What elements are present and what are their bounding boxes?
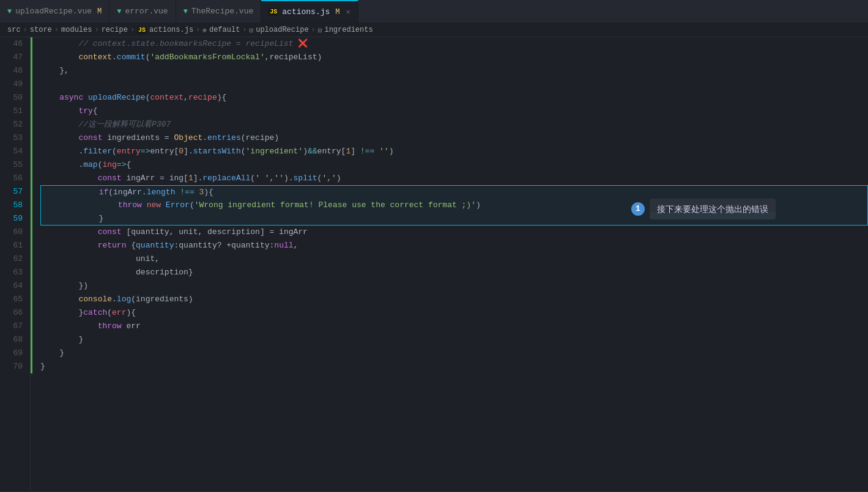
tab-uploadRecipe[interactable]: ▼ uploadRecipe.vue M <box>0 0 109 23</box>
code-line-68: } <box>40 333 868 347</box>
code-line-51: try{ <box>40 105 868 118</box>
code-line-67: throw err <box>40 320 868 333</box>
tab-label: actions.js <box>282 7 330 17</box>
tab-error[interactable]: ▼ error.vue <box>109 0 176 23</box>
tab-bar: ▼ uploadRecipe.vue M ▼ error.vue ▼ TheRe… <box>0 0 868 23</box>
code-line-61: return {quantity:quantity? +quantity:nul… <box>40 239 868 252</box>
breadcrumb-actions: actions.js <box>149 26 193 34</box>
code-line-52: //这一段解释可以看P307 <box>40 118 868 131</box>
tab-label: error.vue <box>125 7 168 16</box>
code-line-69: } <box>40 347 868 360</box>
breadcrumb-default: default <box>209 26 240 34</box>
breadcrumb-src: src <box>7 26 21 34</box>
code-line-49 <box>40 78 868 91</box>
code-line-46: // context.state.bookmarksRecipe = recip… <box>40 37 868 51</box>
code-line-60: const [quantity, unit, description] = in… <box>40 226 868 239</box>
code-line-56: const ingArr = ing[1].replaceAll(' ','')… <box>40 172 868 185</box>
tab-actions[interactable]: JS actions.js M ✕ <box>261 0 358 23</box>
code-line-50: async uploadRecipe(context,recipe){ <box>40 91 868 105</box>
vue-icon: ▼ <box>184 7 188 16</box>
breadcrumb-ingredients-icon: ⊡ <box>318 26 322 34</box>
tab-label: TheRecipe.vue <box>191 7 253 16</box>
tab-label: uploadRecipe.vue <box>15 7 92 16</box>
breadcrumb-store: store <box>30 26 52 34</box>
vue-icon: ▼ <box>7 7 12 16</box>
code-line-53: const ingredients = Object.entries(recip… <box>40 131 868 145</box>
breadcrumb-recipe: recipe <box>102 26 128 34</box>
breadcrumb-ingredients: ingredients <box>324 26 373 34</box>
tab-modified-indicator: M <box>335 8 339 17</box>
tab-close-button[interactable]: ✕ <box>346 7 351 17</box>
code-container: 46 47 48 49 50 51 52 53 54 55 56 57 58 5… <box>0 37 868 490</box>
code-line-62: unit, <box>40 252 868 266</box>
code-line-54: .filter(entry=>entry[0].startsWith('ingr… <box>40 145 868 158</box>
code-line-66: }catch(err){ <box>40 306 868 320</box>
js-icon: JS <box>269 8 278 16</box>
editor: 46 47 48 49 50 51 52 53 54 55 56 57 58 5… <box>0 37 868 490</box>
active-line-bar <box>31 37 32 373</box>
breadcrumb: src › store › modules › recipe › JS acti… <box>0 23 868 37</box>
code-line-57: if(ingArr.length !== 3){ <box>40 185 868 199</box>
vue-icon: ▼ <box>117 7 121 16</box>
breadcrumb-default-icon: ⊕ <box>202 26 207 34</box>
breadcrumb-js-icon: JS <box>137 26 147 34</box>
code-line-59: } <box>40 212 868 226</box>
line-numbers: 46 47 48 49 50 51 52 53 54 55 56 57 58 5… <box>0 37 31 490</box>
code-line-63: description} <box>40 266 868 279</box>
code-line-65: console.log(ingredients) <box>40 293 868 306</box>
code-lines[interactable]: // context.state.bookmarksRecipe = recip… <box>31 37 868 490</box>
code-line-64: }) <box>40 279 868 293</box>
code-line-48: }, <box>40 64 868 78</box>
code-line-55: .map(ing=>{ <box>40 158 868 172</box>
code-line-47: context.commit('addBookmarksFromLockal',… <box>40 51 868 64</box>
code-line-58: throw new Error('Wrong ingredient format… <box>40 199 868 212</box>
breadcrumb-modules: modules <box>61 26 92 34</box>
tab-theRecipe[interactable]: ▼ TheRecipe.vue <box>176 0 262 23</box>
tab-modified-indicator: M <box>97 7 102 16</box>
breadcrumb-upload-icon: ⊡ <box>250 26 254 34</box>
breadcrumb-uploadRecipe: uploadRecipe <box>256 26 308 34</box>
code-line-70: } <box>40 360 868 373</box>
